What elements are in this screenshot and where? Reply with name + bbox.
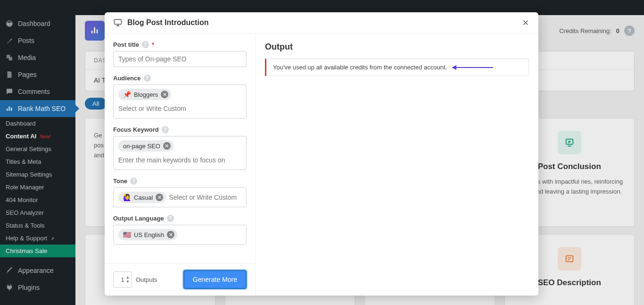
post-title-field[interactable] (118, 55, 241, 63)
help-icon[interactable]: ? (144, 75, 151, 82)
audience-field[interactable] (118, 105, 241, 112)
field-lang: Output Language ? 🇺🇸 US English ✕ (113, 215, 247, 245)
stepper-arrows[interactable]: ▲▼ (126, 275, 130, 284)
post-title-label: Post title ? * (113, 41, 247, 48)
required-mark: * (152, 41, 154, 48)
outputs-group: 1 ▲▼ Outputs (113, 271, 157, 288)
field-focus: Focus Keyword ? on-page SEO ✕ (113, 126, 247, 170)
help-icon[interactable]: ? (130, 178, 137, 185)
generate-button[interactable]: Generate More (183, 270, 247, 289)
arrow-annotation-icon (452, 64, 494, 71)
outputs-value: 1 (121, 276, 124, 283)
output-heading: Output (265, 42, 529, 52)
tone-label: Tone ? (113, 178, 247, 185)
tone-field[interactable] (169, 194, 241, 201)
modal-right-pane: Output You've used up all available cred… (256, 34, 538, 296)
outputs-label: Outputs (136, 276, 157, 283)
close-button[interactable] (521, 18, 530, 27)
alert-text: You've used up all available credits fro… (273, 64, 447, 71)
modal-header: Blog Post Introduction (105, 12, 538, 34)
post-title-input[interactable] (113, 51, 247, 67)
focus-label: Focus Keyword ? (113, 126, 247, 133)
remove-tag-icon[interactable]: ✕ (156, 194, 163, 201)
modal-left-footer: 1 ▲▼ Outputs Generate More (105, 263, 255, 296)
us-flag-icon: 🇺🇸 (123, 231, 131, 238)
field-post-title: Post title ? * (113, 41, 247, 67)
outputs-stepper[interactable]: 1 ▲▼ (113, 271, 132, 288)
audience-label: Audience ? (113, 75, 247, 82)
svg-marker-4 (452, 65, 456, 70)
modal-left-pane: Post title ? * Audience ? � (105, 34, 256, 296)
credits-alert: You've used up all available credits fro… (265, 59, 529, 76)
casual-icon: 🙋‍♀️ (123, 194, 131, 201)
fields-scroll[interactable]: Post title ? * Audience ? � (105, 34, 255, 263)
tone-tag: 🙋‍♀️ Casual ✕ (118, 192, 166, 203)
svg-rect-2 (115, 19, 122, 24)
help-icon[interactable]: ? (167, 215, 174, 222)
tone-input[interactable]: 🙋‍♀️ Casual ✕ (113, 187, 247, 207)
lang-tag: 🇺🇸 US English ✕ (118, 229, 177, 240)
blogger-icon: 📌 (123, 91, 131, 98)
remove-tag-icon[interactable]: ✕ (167, 231, 174, 238)
focus-input[interactable]: on-page SEO ✕ (113, 136, 247, 170)
lang-input[interactable]: 🇺🇸 US English ✕ (113, 225, 247, 245)
help-icon[interactable]: ? (162, 126, 169, 133)
modal-body: Post title ? * Audience ? � (105, 34, 538, 296)
audience-tag: 📌 Bloggers ✕ (118, 89, 171, 100)
focus-field[interactable] (118, 156, 241, 164)
lang-label: Output Language ? (113, 215, 247, 222)
audience-input[interactable]: 📌 Bloggers ✕ (113, 85, 247, 119)
field-audience: Audience ? 📌 Bloggers ✕ (113, 75, 247, 119)
remove-tag-icon[interactable]: ✕ (163, 142, 171, 150)
screen-icon (113, 18, 123, 27)
field-tone: Tone ? 🙋‍♀️ Casual ✕ (113, 178, 247, 207)
remove-tag-icon[interactable]: ✕ (161, 91, 168, 98)
focus-tag: on-page SEO ✕ (118, 140, 173, 152)
modal: Blog Post Introduction Post title ? * (105, 12, 538, 296)
help-icon[interactable]: ? (142, 41, 149, 48)
modal-title: Blog Post Introduction (113, 18, 208, 27)
